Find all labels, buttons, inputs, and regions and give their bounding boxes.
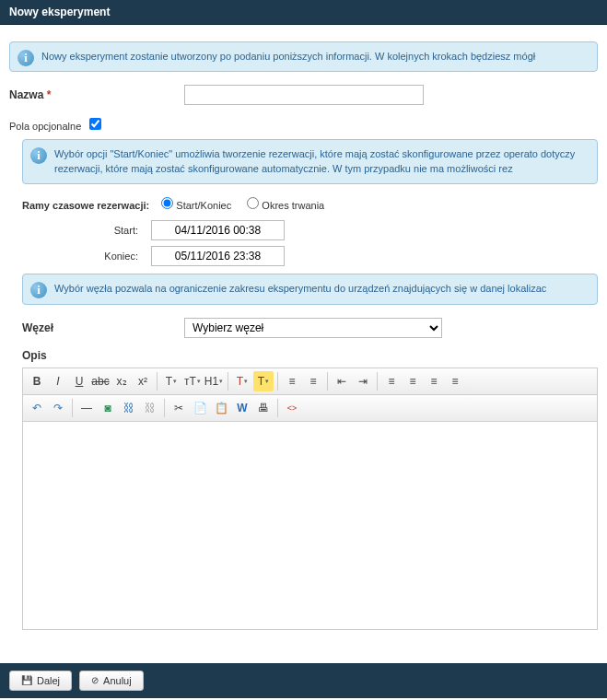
- optional-row: Pola opcjonalne: [9, 118, 598, 132]
- end-input[interactable]: [151, 246, 285, 266]
- name-required: *: [47, 88, 52, 101]
- timeframe-row: Ramy czasowe rezerwacji: Start/Koniec Ok…: [22, 197, 598, 211]
- heading-button[interactable]: H1: [204, 371, 224, 391]
- start-row: Start:: [22, 220, 598, 240]
- cut-button[interactable]: ✂: [169, 398, 189, 418]
- cancel-button[interactable]: ⊘ Anuluj: [79, 671, 144, 691]
- toolbar-separator: [377, 372, 378, 391]
- hr-button[interactable]: —: [76, 398, 97, 418]
- copy-button[interactable]: 📄: [190, 398, 210, 418]
- info-icon: i: [30, 282, 47, 298]
- toolbar-separator: [164, 399, 165, 417]
- page-title: Nowy eksperyment: [9, 6, 110, 18]
- strike-button[interactable]: abc: [90, 371, 111, 391]
- info-box-node: i Wybór węzła pozwala na ograniczenie za…: [22, 274, 598, 304]
- info-text-timeframe: Wybór opcji "Start/Koniec" umożliwia two…: [54, 148, 575, 173]
- toolbar-separator: [157, 372, 158, 391]
- end-row: Koniec:: [22, 246, 598, 266]
- subscript-button[interactable]: x₂: [111, 371, 132, 391]
- optional-block: i Wybór opcji "Start/Koniec" umożliwia t…: [22, 139, 598, 629]
- align-right-button[interactable]: ≡: [424, 371, 444, 391]
- undo-button[interactable]: ↶: [27, 398, 47, 418]
- optional-label: Pola opcjonalne: [9, 121, 81, 132]
- node-label: Węzeł: [22, 321, 184, 334]
- ordered-list-button[interactable]: ≡: [282, 371, 302, 391]
- align-justify-button[interactable]: ≡: [445, 371, 465, 391]
- outdent-button[interactable]: ⇤: [332, 371, 352, 391]
- info-icon: i: [30, 147, 47, 164]
- align-center-button[interactable]: ≡: [403, 371, 423, 391]
- unlink-button[interactable]: ⛓: [140, 398, 160, 418]
- info-box-timeframe: i Wybór opcji "Start/Koniec" umożliwia t…: [22, 139, 598, 184]
- cancel-icon: ⊘: [91, 675, 99, 685]
- footer-bar: 💾 Dalej ⊘ Anuluj: [0, 663, 607, 698]
- indent-button[interactable]: ⇥: [353, 371, 373, 391]
- timeframe-label: Ramy czasowe rezerwacji:: [22, 200, 149, 211]
- image-button[interactable]: ◙: [98, 398, 118, 418]
- underline-button[interactable]: U: [69, 371, 89, 391]
- fontsize-button[interactable]: T: [161, 371, 181, 391]
- textcolor-button[interactable]: T: [232, 371, 252, 391]
- editor-textarea[interactable]: [23, 422, 597, 629]
- redo-button[interactable]: ↷: [48, 398, 68, 418]
- toolbar-separator: [277, 399, 278, 417]
- editor-toolbar-1: B I U abc x₂ x² T тT H1 T T ≡ ≡ ⇤ ⇥: [23, 368, 597, 395]
- superscript-button[interactable]: x²: [133, 371, 153, 391]
- main-content: i Nowy eksperyment zostanie utworzony po…: [0, 25, 607, 658]
- align-left-button[interactable]: ≡: [381, 371, 402, 391]
- start-label: Start:: [59, 225, 151, 236]
- timeframe-radio-duration[interactable]: [247, 197, 259, 209]
- timeframe-radio-start[interactable]: [161, 197, 173, 209]
- toolbar-separator: [72, 399, 73, 417]
- unordered-list-button[interactable]: ≡: [303, 371, 323, 391]
- save-icon: 💾: [21, 675, 32, 685]
- start-input[interactable]: [151, 220, 285, 240]
- end-label: Koniec:: [59, 251, 151, 262]
- source-button[interactable]: <>: [282, 398, 302, 418]
- fontface-button[interactable]: тT: [182, 371, 203, 391]
- page-header: Nowy eksperyment: [0, 0, 607, 25]
- editor-toolbar-2: ↶ ↷ — ◙ ⛓ ⛓ ✂ 📄 📋 W 🖶 <>: [23, 395, 597, 422]
- node-select[interactable]: Wybierz węzeł: [184, 318, 442, 338]
- name-input[interactable]: [184, 85, 424, 105]
- info-box-main: i Nowy eksperyment zostanie utworzony po…: [9, 41, 598, 72]
- name-label: Nazwa *: [9, 88, 184, 101]
- optional-checkbox[interactable]: [89, 118, 101, 130]
- print-button[interactable]: 🖶: [253, 398, 274, 418]
- next-button[interactable]: 💾 Dalej: [9, 671, 72, 691]
- info-text-node: Wybór węzła pozwala na ograniczenie zakr…: [54, 283, 546, 294]
- link-button[interactable]: ⛓: [119, 398, 139, 418]
- info-icon: i: [18, 50, 34, 66]
- info-text-main: Nowy eksperyment zostanie utworzony po p…: [41, 51, 535, 62]
- rich-text-editor: B I U abc x₂ x² T тT H1 T T ≡ ≡ ⇤ ⇥: [22, 368, 598, 630]
- name-row: Nazwa *: [9, 85, 598, 105]
- toolbar-separator: [277, 372, 278, 391]
- node-row: Węzeł Wybierz węzeł: [22, 318, 598, 338]
- paste-word-button[interactable]: W: [232, 398, 252, 418]
- timeframe-radio-duration-label: Okres trwania: [247, 200, 324, 211]
- paste-button[interactable]: 📋: [211, 398, 231, 418]
- bold-button[interactable]: B: [27, 371, 47, 391]
- toolbar-separator: [228, 372, 228, 391]
- timeframe-radio-start-label: Start/Koniec: [161, 200, 234, 211]
- description-label: Opis: [22, 349, 598, 362]
- hilite-button[interactable]: T: [253, 371, 274, 391]
- italic-button[interactable]: I: [48, 371, 68, 391]
- timeframe-radio-group: Start/Koniec Okres trwania: [161, 197, 337, 211]
- toolbar-separator: [327, 372, 328, 391]
